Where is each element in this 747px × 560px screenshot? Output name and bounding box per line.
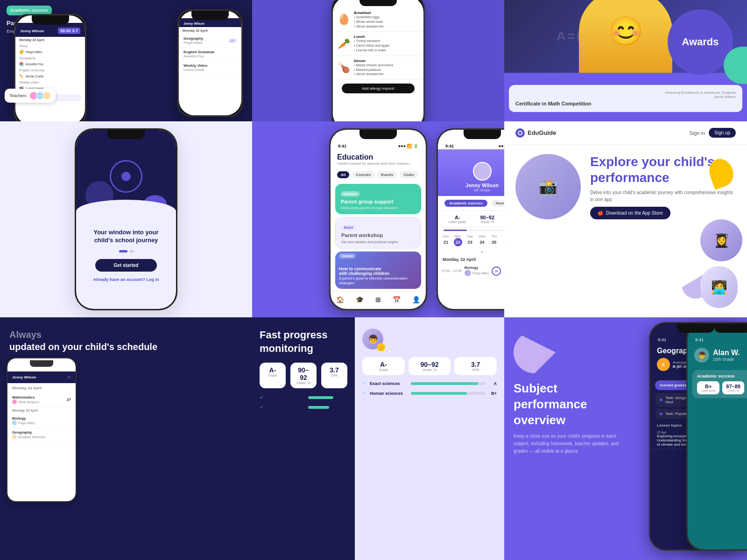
profile-hero: Jenny Wilson 9th Grade (438, 149, 504, 196)
r1c1-panel: Academic success Parent group support Em… (0, 0, 252, 121)
lunch-emoji: 🥕 (338, 38, 350, 50)
onboard-phone: Your window into your child's school jou… (75, 128, 177, 310)
profile-tabs: Academic success Homework (438, 196, 504, 211)
card-title-1: Parent group support (341, 198, 416, 205)
phone-status-bar: 9:41 ●●● 📶 🔋 (331, 141, 426, 149)
cal-thu: Thu 25 (490, 235, 498, 246)
r3c1-content: Always updated on your child's schedule … (0, 317, 252, 560)
right-stat-gpa: 3.7 GPA (454, 357, 497, 375)
food-phone: 🥚 Breakfast • Scrambled eggs• Whole whea… (331, 0, 425, 121)
mini-phone-header: Jenny Wilson 27 (7, 371, 76, 383)
alan-stat-grade: B+ Letter grade (697, 381, 719, 394)
alan-stats: B+ Letter grade 87–89 Grade, % (697, 381, 747, 394)
r2c2-panel: 9:41 ●●● 📶 🔋 Education Useful content fo… (252, 121, 504, 317)
signin-link[interactable]: Sign in (689, 130, 705, 136)
tab-all[interactable]: All (337, 171, 349, 178)
onboard-dots (119, 250, 134, 252)
mini-row-biology: Biology Floyd Miles (7, 414, 76, 428)
subject-overview-title: Subject performance overview (514, 381, 628, 428)
get-started-btn[interactable]: Get started (95, 259, 157, 272)
edu-nav: 🏠 🎓 ⊞ 📅 👤 (331, 292, 426, 307)
right-progress-human: ✓ Human sciences B+ (362, 391, 497, 396)
teachers-label: Teachers (9, 93, 27, 98)
alan-grade: 10th Grade (713, 357, 740, 362)
r1c2-panel: 🥚 Breakfast • Scrambled eggs• Whole whea… (252, 0, 504, 121)
mini-screen: Jenny Wilson 27 Monday, 22 April Mathema… (7, 358, 76, 501)
mini-row-math: Mathematics Alma Simpson 27 (7, 393, 76, 407)
check-icon-2: ✓ (260, 405, 263, 410)
tab-courses[interactable]: Courses (352, 171, 374, 178)
tab-events[interactable]: Events (377, 171, 397, 178)
profile-phone: 9:41 ●●● 📶 🔋 Jenny Wilson 9th Grade Acad… (437, 128, 504, 310)
eduguide-nav: EduGuide Sign in Sign up (504, 121, 747, 145)
edu-tabs: All Courses Events Clubs (331, 168, 426, 181)
r3c2-content: Fast progress monitoring A- Grade 90–92 … (252, 317, 504, 560)
tab-homework[interactable]: Homework (491, 200, 504, 207)
dot-active (119, 250, 127, 252)
tab-academic[interactable]: Academic success (444, 200, 487, 207)
r3c3-left: Subject performance overview Keep a clos… (504, 317, 638, 560)
eye-pupil (121, 172, 131, 181)
right-stat-grade: A- Grade (362, 357, 405, 375)
calendar-strip: Sun 21 Mon 22 Tue 23 Wed (438, 233, 504, 248)
dinner-list: • Baked chicken and beans• Mashed potato… (354, 63, 394, 77)
nav-schedule-icon[interactable]: 📅 (393, 296, 401, 303)
alan-academic-card: Academic success B+ Letter grade 87–89 G… (692, 370, 747, 398)
dinner-emoji: 🍗 (338, 62, 350, 74)
r3c2-right-stats: A- Grade 90–92 Grade, % 3.7 GPA (362, 357, 497, 375)
front-phone-header: Jenny Wilson 00:92 3.7 (15, 23, 85, 37)
profile-status-bar: 9:41 ●●● 📶 🔋 (438, 141, 504, 149)
r1c1-phones-area: Jenny Wilson Monday 22 April Geography F… (5, 5, 252, 121)
nav-buttons: Sign in Sign up (689, 128, 736, 138)
appstore-label: Download on the App Store (606, 210, 663, 216)
right-check-1: ✓ (362, 381, 366, 386)
profile-avatar (473, 162, 492, 181)
progress-exact-sciences: ✓ Exact sciences A (260, 395, 347, 400)
subject-overview-desc: Keep a close eye on your child's progres… (514, 433, 628, 455)
onboard-graphic (76, 130, 176, 223)
nav-grid-icon[interactable]: ⊞ (375, 296, 381, 303)
thumbs-up-badge: 👍 (377, 343, 385, 351)
nav-profile-icon[interactable]: 👤 (412, 296, 420, 303)
progress-title: Fast progress monitoring (260, 329, 347, 355)
alan-avatar: 👦 (694, 348, 709, 363)
profile-stats: A- Letter grade 90–92 Grade, % 3.7 GPA (438, 211, 504, 228)
alan-academic-title: Academic success (697, 374, 747, 378)
r3c1-phones-row: Jenny Wilson 27 Monday, 22 April Mathema… (0, 357, 252, 560)
student-photo-1: 👩‍🎓 (700, 219, 742, 261)
appstore-btn[interactable]: 🍎 Download on the App Store (590, 207, 670, 219)
apple-icon: 🍎 (598, 210, 603, 216)
stat-pct: 90–92 Grade, % (290, 363, 317, 388)
back-phone: Jenny Wilson Monday 22 April Geography F… (177, 9, 243, 117)
task-dot-1 (660, 399, 662, 401)
card-desc-1: Empowering parents through education (341, 206, 416, 210)
tab-clubs[interactable]: Clubs (400, 171, 417, 178)
onboard-title: Your window into your child's school jou… (76, 223, 176, 247)
hero-photos: 👩‍🎓 🧑‍💻 (700, 219, 742, 308)
back-phone-date: Monday 22 April (179, 27, 241, 34)
breakfast-title: Breakfast (354, 11, 384, 15)
food-dinner: 🍗 Dinner • Baked chicken and beans• Mash… (333, 56, 423, 80)
lunch-title: Lunch (354, 35, 389, 39)
food-breakfast: 🥚 Breakfast • Scrambled eggs• Whole whea… (333, 8, 423, 32)
alan-stat-pct: 87–89 Grade, % (722, 381, 744, 394)
signup-btn[interactable]: Sign up (709, 128, 736, 138)
progress-indicator (444, 230, 504, 231)
edu-title: Education (337, 153, 419, 161)
nav-edu-icon[interactable]: 🎓 (356, 296, 364, 303)
cert-title: Certificate in Math Competition (515, 101, 736, 106)
nav-home-icon[interactable]: 🏠 (336, 296, 344, 303)
r2c3-panel: EduGuide Sign in Sign up 📸 Explore your … (504, 121, 747, 317)
dinner-title: Dinner (354, 59, 394, 63)
alan-phone-partial: 9:41 ●●● 📶 🔋 👦 Alan W. 10th Grade (686, 322, 747, 551)
add-allergy-btn[interactable]: Add allergy request (342, 84, 414, 93)
r1c3-panel: A = (B+b) × h/2 = √Mx²+NΡ 😊 Awards Honor… (504, 0, 747, 121)
food-lunch: 🥕 Lunch • Turkey sandwich• Carrot sticks… (333, 32, 423, 56)
edu-phone: 9:41 ●●● 📶 🔋 Education Useful content fo… (329, 128, 427, 310)
geo-grade-circle: B (657, 358, 670, 371)
r3c2-right: 👦 👍 A- Grade 90–92 Grade, % 3.7 (355, 317, 504, 560)
r3c2-avatar-row: 👦 👍 (362, 329, 497, 350)
login-link[interactable]: Log in (147, 277, 159, 282)
onboard-screen: Your window into your child's school jou… (76, 130, 176, 309)
r3c2-panel: Fast progress monitoring A- Grade 90–92 … (252, 317, 504, 560)
